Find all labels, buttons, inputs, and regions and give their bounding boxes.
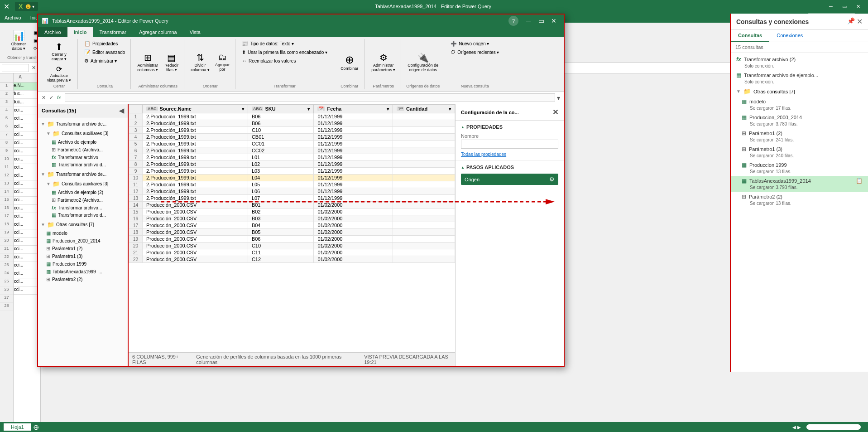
folder-transformar1[interactable]: ▼ 📁 Transformar archivo de...: [38, 119, 128, 129]
query-tablasanexadas[interactable]: ▦ TablasAnexadas1999_...: [38, 268, 128, 276]
table-row[interactable]: 22Producción_2000.CSVC1201/02/2000: [129, 256, 455, 263]
step-gear-icon[interactable]: ⚙: [549, 176, 555, 183]
pq-help-btn[interactable]: ?: [508, 16, 518, 26]
table-row[interactable]: 12.Producción_1999.txtB0601/12/1999: [129, 113, 455, 120]
propiedades-btn[interactable]: 📋Propiedades: [82, 40, 127, 48]
cerrar-cargar-btn[interactable]: ⬆ Cerrar ycargar ▾: [48, 40, 71, 63]
folder-transformar2[interactable]: ▼ 📁 Transformar archivo de...: [38, 170, 128, 179]
nuevo-origen-btn[interactable]: ➕Nuevo origen ▾: [449, 40, 501, 48]
combinar-btn[interactable]: ⊕ Combinar: [338, 52, 361, 72]
table-row[interactable]: 72.Producción_1999.txtL0101/12/1999: [129, 154, 455, 161]
query-produccion2000[interactable]: ▦ Produccion_2000_2014: [38, 237, 128, 245]
table-row[interactable]: 102.Producción_1999.txtL0401/12/1999: [129, 175, 455, 181]
pq-formula-input[interactable]: = Table.Combine({#"Produccion 1999", Pro…: [65, 93, 555, 102]
cc-item-param1-3[interactable]: ⊞ Parámetro1 (3) Se cargaron 240 filas.: [731, 144, 868, 160]
table-row[interactable]: 82.Producción_1999.txtL0201/12/1999: [129, 161, 455, 168]
query-param1-3[interactable]: ⊞ Parámetro1 (3): [38, 252, 128, 260]
table-row[interactable]: 16Producción_2000.CSVB0301/02/2000: [129, 215, 455, 222]
table-row[interactable]: 32.Producción_1999.txtC1001/12/1999: [129, 127, 455, 134]
pq-tab-vista[interactable]: Vista: [183, 27, 207, 37]
reemplazar-btn[interactable]: ↔Reemplazar los valores: [240, 57, 329, 64]
step-origen[interactable]: Origen ⚙: [461, 174, 558, 185]
formula-expand-btn[interactable]: ▾: [557, 94, 560, 102]
config-origen-btn[interactable]: 🔌 Configuración deorigen de datos: [406, 51, 440, 73]
pq-close-btn[interactable]: ✕: [547, 15, 560, 27]
query-param1-archivo[interactable]: ⊞ Parámetro1 (Archivo...: [38, 146, 128, 154]
cc-close-icon[interactable]: ✕: [857, 17, 863, 26]
table-row[interactable]: 21Producción_2000.CSVC1101/02/2000: [129, 249, 455, 256]
cc-item-produccion2000[interactable]: ▦ Produccion_2000_2014 Se cargaron 3.780…: [731, 112, 868, 128]
query-transformar-d1[interactable]: ▦ Transformar archivo d...: [38, 161, 128, 169]
cc-item-param2-2[interactable]: ⊞ Parámetro2 (2) Se cargaron 13 filas.: [731, 192, 868, 208]
formula-cross-icon[interactable]: ✓: [49, 95, 53, 101]
cc-item-transformar-fx[interactable]: fx Transformar archivo (2) Solo conexión…: [731, 54, 868, 70]
table-row[interactable]: 14Producción_2000.CSVB0101/02/2000: [129, 202, 455, 209]
col-cantidad[interactable]: 1²³ Cantidad ▾: [393, 105, 455, 113]
table-row[interactable]: 18Producción_2000.CSVB0501/02/2000: [129, 229, 455, 236]
query-param2-archivo[interactable]: ⊞ Parámetro2 (Archivo...: [38, 196, 128, 204]
pq-tab-archivo[interactable]: Archivo: [38, 27, 67, 37]
query-modelo[interactable]: ▦ modelo: [38, 229, 128, 237]
admin-params-btn[interactable]: ⚙ Administrarparámetros ▾: [369, 51, 397, 73]
table-row[interactable]: 17Producción_2000.CSVB0401/02/2000: [129, 222, 455, 229]
close-btn[interactable]: ✕: [852, 1, 864, 11]
config-close-btn[interactable]: ✕: [552, 108, 558, 116]
editor-avanzado-btn[interactable]: 📝Editor avanzado: [82, 49, 127, 56]
query-archivo-ejemplo2[interactable]: ▦ Archivo de ejemplo (2): [38, 189, 128, 196]
administrar-btn[interactable]: ⚙Administrar ▾: [82, 57, 127, 65]
pq-tab-agregar[interactable]: Agregar columna: [133, 27, 183, 37]
cc-item-modelo[interactable]: ▦ modelo Se cargaron 17 filas.: [731, 97, 868, 112]
table-row[interactable]: 122.Producción_1999.txtL0601/12/1999: [129, 188, 455, 195]
query-produccion1999[interactable]: ▦ Produccion 1999: [38, 260, 128, 268]
queries-panel-collapse[interactable]: ◀: [119, 107, 124, 114]
pq-data-grid[interactable]: ABC Source.Name ▾ ABC SKU ▾: [129, 104, 455, 352]
cc-tab-consultas[interactable]: Consultas: [731, 30, 769, 42]
query-archivo-ejemplo[interactable]: ▦ Archivo de ejemplo: [38, 138, 128, 146]
cc-item-param1-2[interactable]: ⊞ Parámetro1 (2) Se cargaron 241 filas.: [731, 128, 868, 144]
todas-props-link[interactable]: Todas las propiedades: [461, 152, 506, 157]
nombre-input[interactable]: TablasAnexadas1999_2014: [461, 140, 558, 149]
table-row[interactable]: 15Producción_2000.CSVB0201/02/2000: [129, 209, 455, 215]
col-sku[interactable]: ABC SKU ▾: [248, 105, 314, 113]
pq-tab-inicio[interactable]: Inicio: [67, 27, 93, 37]
query-transformar-d2[interactable]: ▦ Transformar archivo d...: [38, 211, 128, 219]
reducir-filas-btn[interactable]: ▤ Reducirfilas ▾: [163, 51, 180, 73]
cc-item-produccion1999[interactable]: ▦ Produccion 1999 Se cargaron 13 filas.: [731, 160, 868, 176]
cc-folder-otras[interactable]: ▼ 📁 Otras consultas [7]: [731, 86, 868, 97]
restore-btn[interactable]: ▭: [838, 1, 851, 11]
origenes-recientes-btn[interactable]: ⏱Orígenes recientes ▾: [449, 49, 501, 56]
query-param1-2[interactable]: ⊞ Parámetro1 (2): [38, 245, 128, 252]
table-row[interactable]: 62.Producción_1999.txtCC0201/12/1999: [129, 147, 455, 154]
query-transformar-fx2[interactable]: fx Transformar archivo...: [38, 204, 128, 211]
query-param2-2[interactable]: ⊞ Parámetro2 (2): [38, 276, 128, 283]
pq-restore-btn[interactable]: ▭: [535, 15, 547, 27]
table-row[interactable]: 20Producción_2000.CSVC1001/02/2000: [129, 243, 455, 249]
table-row[interactable]: 19Producción_2000.CSVB0601/02/2000: [129, 236, 455, 243]
dividir-col-btn[interactable]: ⇅ Dividircolumna ▾: [189, 51, 211, 73]
pq-minimize-btn[interactable]: ─: [522, 15, 535, 27]
obtener-datos-btn[interactable]: 📊 Obtenerdatos ▾: [7, 28, 30, 53]
col-source-name[interactable]: ABC Source.Name ▾: [143, 105, 248, 113]
table-row[interactable]: 42.Producción_1999.txtCB0101/12/1999: [129, 134, 455, 141]
table-row[interactable]: 92.Producción_1999.txtL0301/12/1999: [129, 168, 455, 175]
actualizar-btn[interactable]: ⟳ Actualizarvista previa ▾: [44, 63, 74, 84]
folder-auxiliares1[interactable]: ▼ 📁 Consultas auxiliares [3]: [38, 129, 128, 138]
folder-otras[interactable]: ▼ 📁 Otras consultas [7]: [38, 220, 128, 229]
table-row[interactable]: 112.Producción_1999.txtL0501/12/1999: [129, 181, 455, 188]
add-sheet-btn[interactable]: ⊕: [33, 423, 39, 432]
cc-tab-conexiones[interactable]: Conexiones: [769, 30, 810, 42]
zoom-slider[interactable]: [806, 424, 861, 430]
col-fecha[interactable]: 📅 Fecha ▾: [314, 105, 393, 113]
admin-columnas-btn[interactable]: ⊞ Administrarcolumnas ▾: [135, 51, 160, 73]
pq-tab-transformar[interactable]: Transformar: [93, 27, 133, 37]
sheet-tab-hoja1[interactable]: Hoja1: [4, 423, 31, 431]
query-transformar-fx[interactable]: fx Transformar archivo: [38, 154, 128, 161]
cc-item-transformar-ejemplo[interactable]: ▦ Transformar archivo de ejemplo... Solo…: [731, 70, 868, 86]
tipo-datos-btn[interactable]: 📰Tipo de datos: Texto ▾: [240, 40, 329, 48]
table-row[interactable]: 52.Producción_1999.txtCC0101/12/1999: [129, 141, 455, 147]
cc-item-tablasanexadas[interactable]: ▦ TablasAnexadas1999_2014 📋 Se cargaron …: [731, 176, 868, 192]
primera-fila-btn[interactable]: ⬆Usar la primera fila como encabezado ▾: [240, 49, 329, 56]
table-row[interactable]: 132.Producción_1999.txtL0701/12/1999: [129, 195, 455, 202]
agrupar-por-btn[interactable]: 🗂 Agruparpor: [213, 51, 231, 73]
cc-pin-icon[interactable]: 📌: [847, 17, 855, 26]
